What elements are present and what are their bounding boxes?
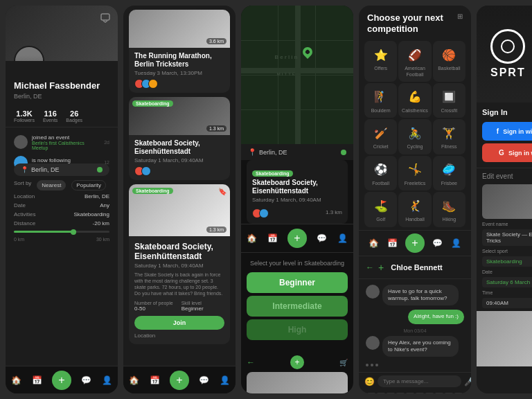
add-icon[interactable]: + [378, 262, 384, 273]
join-button[interactable]: Join [134, 316, 224, 330]
time-value[interactable]: 09:40AM [482, 298, 532, 308]
sprt-circle-inner [501, 39, 515, 53]
key-i[interactable]: i [435, 393, 443, 393]
key-p[interactable]: p [454, 393, 463, 393]
sport-value[interactable]: Skateboarding [482, 256, 532, 267]
message-icon[interactable] [98, 11, 112, 25]
event-meta-row: 1.3 km [252, 206, 342, 218]
category-football[interactable]: 🏈 American Football [398, 41, 431, 82]
calendar-icon[interactable]: 📅 [387, 237, 399, 249]
calendar-icon[interactable]: 📅 [31, 374, 44, 387]
profile-icon[interactable]: 👤 [450, 237, 462, 249]
home-icon[interactable]: 🏠 [127, 374, 140, 387]
event-card-2[interactable]: Skateboarding 1.3 km Skateboard Society,… [129, 97, 230, 180]
category-handball[interactable]: 🤾 Handball [398, 192, 431, 227]
sign-in-label: Sign In [482, 108, 508, 116]
chat-icon[interactable]: 💬 [431, 237, 443, 249]
google-icon: G [499, 149, 504, 157]
category-crossfit[interactable]: 🔲 Crossfit [433, 83, 466, 118]
calendar-icon[interactable]: 📅 [267, 232, 279, 245]
edit-form-section: Edit event Save Edit Event name Skate So… [477, 168, 532, 311]
key-y[interactable]: y [416, 393, 424, 393]
key-w[interactable]: w [377, 393, 385, 393]
back-icon[interactable]: ← [247, 357, 255, 367]
key-o[interactable]: o [445, 393, 453, 393]
high-button[interactable]: High [247, 319, 348, 340]
filter-icon[interactable]: ⊞ [457, 12, 463, 20]
freeletics-icon: 🤸 [405, 160, 425, 179]
sort-nearest[interactable]: Nearest [37, 180, 66, 190]
profile-info: Michael Fassbender Berlin, DE [6, 61, 118, 105]
profile-icon[interactable]: 👤 [219, 374, 231, 387]
date-label: Date [482, 269, 532, 274]
microphone-icon[interactable]: 🎤 [464, 377, 471, 387]
back-icon[interactable]: ← [366, 263, 374, 272]
filter-location-text: Berlin, DE [31, 166, 94, 173]
event-avatars [134, 79, 224, 89]
distance-slider[interactable] [14, 231, 109, 233]
home-icon[interactable]: 🏠 [245, 232, 258, 245]
chat-bubble-right: Alright, have fun :) [408, 310, 464, 323]
add-button[interactable]: + [170, 371, 189, 390]
people-val: 0-50 [134, 305, 173, 312]
message-input[interactable] [378, 375, 461, 387]
category-golf[interactable]: ⛳ Golf [364, 192, 397, 227]
sort-popularity[interactable]: Popularity [71, 180, 106, 190]
add-button[interactable]: + [52, 371, 71, 390]
category-freeletics[interactable]: 🤸 Freeletics [398, 156, 431, 190]
key-t[interactable]: t [406, 393, 414, 393]
event-card-large[interactable]: Skateboarding 🔖 1.3 km Skateboard Societ… [129, 184, 230, 344]
browse-image [247, 372, 348, 393]
chat-icon[interactable]: 💬 [197, 374, 210, 387]
add-button[interactable]: + [290, 355, 304, 369]
slider-labels: 0 km 30 km [14, 237, 109, 242]
facebook-signin-button[interactable]: f Sign in with Facebook [482, 122, 532, 141]
bookmark-icon[interactable]: 🔖 [218, 188, 227, 195]
event-name-label: Event name [482, 222, 532, 227]
stat-badges: 26 Badges [66, 109, 82, 123]
key-u[interactable]: u [425, 393, 434, 393]
category-label: Crossfit [441, 108, 457, 114]
sprt-name: SPRT [490, 66, 526, 79]
category-offers[interactable]: ⭐ Offers [364, 41, 397, 82]
profile-icon[interactable]: 👤 [101, 374, 114, 387]
category-cycling[interactable]: 🚴 Cycling [398, 119, 431, 154]
event-date: Saturday 1 March, 09:40AM [252, 197, 342, 203]
home-icon[interactable]: 🏠 [10, 374, 22, 387]
intermediate-button[interactable]: Intermediate [247, 296, 348, 317]
key-q[interactable]: q [367, 393, 375, 393]
profile-icon[interactable]: 👤 [337, 232, 349, 245]
category-fitness[interactable]: 🏋 Fitness [433, 119, 466, 154]
category-calisthenics[interactable]: 💪 Calisthenics [398, 83, 431, 118]
profile-name: Michael Fassbender [14, 80, 109, 91]
category-label: American Football [401, 66, 428, 78]
category-hiking[interactable]: 🥾 Hiking [433, 192, 466, 227]
category-bouldern[interactable]: 🧗 Bouldern [364, 83, 397, 118]
chat-icon[interactable]: 💬 [80, 374, 92, 387]
add-button[interactable]: + [405, 233, 425, 253]
map-event-card[interactable]: Skateboarding Skateboard Society, Eisenh… [247, 160, 348, 224]
calendar-icon[interactable]: 📅 [149, 374, 161, 387]
category-basketball[interactable]: 🏀 Basketball [433, 41, 466, 82]
add-button[interactable]: + [287, 229, 307, 248]
event-card-1[interactable]: 3.6 km The Running Marathon, Berlin Tric… [129, 10, 230, 93]
event-name-value[interactable]: Skate Society — Eisenhüttenstadt Tricks [482, 229, 532, 246]
key-e[interactable]: e [387, 393, 395, 393]
location-text: Berlin, DE [259, 149, 338, 156]
category-cricket[interactable]: 🏏 Cricket [364, 119, 397, 154]
cart-icon[interactable]: 🛒 [339, 359, 348, 366]
skate-image [477, 311, 532, 366]
key-r[interactable]: r [396, 393, 405, 393]
beginner-button[interactable]: Beginner [247, 272, 348, 293]
location-filter[interactable]: 📍 Berlin, DE [14, 163, 109, 176]
emoji-icon[interactable]: 😊 [364, 377, 375, 387]
category-frisbee[interactable]: 🥏 Frisbee [433, 156, 466, 190]
date-value[interactable]: Saturday 6 March [482, 277, 532, 287]
chat-icon[interactable]: 💬 [315, 232, 328, 245]
keyboard-row-1: qwertyuiop [362, 393, 468, 393]
google-signin-button[interactable]: G Sign in with Google [482, 143, 532, 162]
category-football2[interactable]: ⚽ Football [364, 156, 397, 190]
svg-rect-0 [101, 14, 109, 20]
edit-header: Edit event Save [482, 171, 532, 181]
home-icon[interactable]: 🏠 [368, 237, 380, 249]
